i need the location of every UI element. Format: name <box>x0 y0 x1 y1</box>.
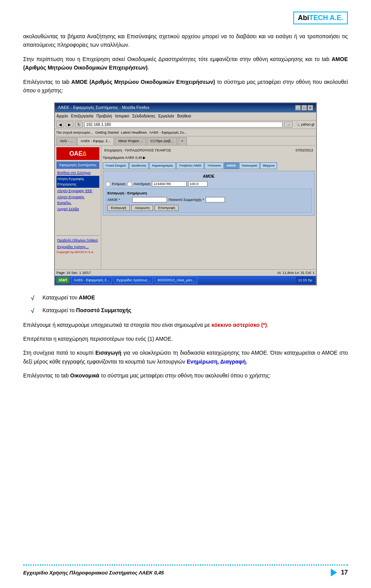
breadcrumb-left: Επιχείρηση - ΠΑΠΑΔΟΠΟΥΛΟΣ ΓΕΑΜΓΟΣ <box>104 148 171 153</box>
sidebar-link-voitheia[interactable]: Βοήθεια στο Σύστημα <box>56 170 99 176</box>
eisagogi-button[interactable]: Εισαγωγή <box>107 205 130 211</box>
start-button[interactable]: start <box>56 277 70 284</box>
sidebar-link-aitisi-erg[interactable]: Αίτηση Εγγραφής Εργαζόμ. <box>56 194 99 206</box>
paragraph-3-pre: Επιλέγοντας το tab <box>23 79 71 85</box>
sidebar-video-link[interactable]: Προβολή Οδηγίων (Video) <box>56 237 99 243</box>
breadcrumb-right: 07/02/2013 <box>296 148 313 153</box>
form-buttons: Εισαγωγή Ακύρωση Επιστροφή <box>107 205 310 211</box>
back-button[interactable]: ◀ <box>56 122 64 127</box>
paragraph-2-pre: Στην περίπτωση που η Επιχείρηση ασκεί Οι… <box>23 56 332 62</box>
sidebar-copyright: Copyright by AbiTECH S.A. <box>56 250 99 255</box>
paragraph-after-bullets: Επιλέγουμε ή καταχωρούμε υποχρεωτικά τα … <box>23 321 348 329</box>
synexeia-bold: Εισαγωγή <box>95 350 121 356</box>
sub-pososto-input[interactable] <box>206 197 225 202</box>
sidebar-link-arxiki[interactable]: Αρχική Σελίδα <box>56 206 99 212</box>
app-tab-dieuthynsi[interactable]: Διεύθυνση <box>129 162 149 170</box>
bookmarks-bar-item-2[interactable]: Getting Started <box>95 130 119 135</box>
statusbar-left: Page: 16 Sec: 1 16/17 <box>56 270 91 275</box>
browser-main-area: Επιχείρηση - ΠΑΠΑΔΟΠΟΥΛΟΣ ΓΕΑΜΓΟΣ 07/02/… <box>101 146 316 269</box>
app-tab-oikonomika[interactable]: Οικονομικά <box>239 162 260 170</box>
bookmarks-bar-item-4[interactable]: ΛΑΕΚ - Εφαρμογές Συ... <box>149 130 187 135</box>
paragraph-1: ακολουθώντας τα βήματα Αναζήτησης και Επ… <box>23 32 348 49</box>
akyrose-button[interactable]: Ακύρωση <box>131 205 153 211</box>
pab-post: . <box>267 322 269 328</box>
epistrofi-button[interactable]: Επιστροφή <box>155 205 179 211</box>
sidebar-egxeiridio-link[interactable]: Εγχειρίδιο Χρήσης... <box>56 244 99 250</box>
amoe-input[interactable] <box>152 181 187 187</box>
app-tab-xaraktirisis[interactable]: Χαρακτηρισμός <box>149 162 176 170</box>
browser-secondary-toolbar: Πιο συχνά αναγνωρίσ... Getting Started L… <box>55 129 316 136</box>
address-bar[interactable] <box>84 122 283 127</box>
app-tab-genika[interactable]: Γενικά Στοιχεία <box>103 162 129 170</box>
statusbar-right: At: 11,9cm Ln: 31 Col: 1 <box>277 270 315 275</box>
browser-title: ΛΑΕΚ - Εφαρμογές Συστήματος - Mozilla Fi… <box>58 104 150 111</box>
taskbar-item-3[interactable]: 30/03/2013_Λέκα_μαν... <box>155 277 197 284</box>
radio-anenimeri[interactable] <box>127 182 132 187</box>
footer: Εγχειρίδιο Χρήσης Πληροφοριακού Συστήματ… <box>23 564 348 576</box>
menu-view[interactable]: Προβολή <box>96 113 112 119</box>
main-content: ακολουθώντας τα βήματα Αναζήτησης και Επ… <box>23 32 348 380</box>
bullet-1-bold: ΑΜΟΕ <box>79 294 95 301</box>
bookmarks-bar-item-3[interactable]: Latest Headlines <box>121 130 147 135</box>
tab-1[interactable]: AVG - ... <box>56 137 77 145</box>
refresh-button[interactable]: ↻ <box>75 122 83 127</box>
sub-amoe-label: ΑΜΟΕ * <box>107 197 131 202</box>
forward-button[interactable]: ▶ <box>66 122 73 127</box>
close-button[interactable]: ✕ <box>308 105 313 110</box>
taskbar-item-1[interactable]: ΛΑΕΚ - Εφαρμογές Σ... <box>71 277 112 284</box>
menu-bookmarks[interactable]: Σελιδοδείκτες <box>132 113 155 119</box>
menu-history[interactable]: Ιστορικό <box>115 113 129 119</box>
browser-menubar: Αρχείο Επεξεργασία Προβολή Ιστορικό Σελι… <box>55 112 316 121</box>
radio-group: Ενήμερη Ανενήμερη <box>106 181 150 187</box>
paragraph-synexeia: Στη συνέχεια πατά το κουμπί Εισαγωγή για… <box>23 348 348 366</box>
search-label: 🔍 yahoo.gr <box>296 122 315 127</box>
paragraph-3-bold: ΑΜΟΕ (Αριθμός Μητρώου Οικοδομικών Επιχει… <box>71 79 215 85</box>
app-tab-amoe[interactable]: ΑΜΟΕ <box>224 162 239 170</box>
page-number: 17 <box>341 569 348 576</box>
footer-right: 17 <box>331 569 348 576</box>
menu-file[interactable]: Αρχείο <box>56 113 68 119</box>
oaed-logo: ΟΑΕ∆ <box>56 147 99 160</box>
app-tab-merimna[interactable]: Μέριμνα <box>260 162 277 170</box>
browser-sidebar: ΟΑΕ∆ Εφαρμογές Συστήματος Βοήθεια στο Σύ… <box>55 146 101 269</box>
sub-pososto-label: Ποσοστό Συμμετοχής * <box>168 197 204 202</box>
program-link[interactable]: Προγράμματα ΛΑΕΚ 0,45 ▶ <box>103 155 315 160</box>
oikonomika-post: το σύστημα μας μεταφέρει στην οθόνη που … <box>99 372 271 379</box>
app-tab-ypoloipo[interactable]: Υπόλοιπο <box>204 162 223 170</box>
tab-3[interactable]: Minor Project ... <box>115 137 146 145</box>
radio-anenimeri-label: Ανενήμερη <box>134 181 150 187</box>
logo: AbiTECH A.E. <box>293 12 348 24</box>
checkmark-1: √ <box>31 293 39 303</box>
sub-amoe-input[interactable] <box>132 197 167 202</box>
pososto-input[interactable] <box>188 181 208 187</box>
go-button[interactable]: → <box>284 122 293 127</box>
tab-active[interactable]: ΛΑΕΚ - Εφαρμ. Σ... <box>77 137 114 145</box>
checkmark-2: √ <box>31 306 39 316</box>
maximize-button[interactable]: □ <box>301 105 307 110</box>
synexeia-colored: Ενημέρωση, Διαγραφή. <box>187 359 247 365</box>
sub-section-title: Εισαγωγή - Ενημέρωση <box>107 190 310 196</box>
menu-edit[interactable]: Επεξεργασία <box>71 113 94 119</box>
bullet-2-text: Καταχωρεί το Ποσοστό Συμμετοχής <box>43 306 131 314</box>
amoe-form: ΑΜΟΕ Ενήμερη Ανενήμερη <box>103 171 315 216</box>
taskbar-item-2[interactable]: Εγχειρίδιο Χρήσεως... <box>114 277 153 284</box>
minimize-button[interactable]: _ <box>295 105 301 110</box>
bullet-item-1: √ Καταχωρεί τον ΑΜΟΕ <box>31 293 348 303</box>
sidebar-link-aitisi-eee[interactable]: Αίτηση Εγγραφής ΕΕΕ <box>56 188 99 194</box>
oikonomika-pre: Επιλέγοντας το tab <box>23 372 70 379</box>
tab-4[interactable]: C170px Διαβ... <box>147 137 177 145</box>
radio-enimeri[interactable] <box>106 182 111 187</box>
app-tab-ypovolies[interactable]: Υποβολές ΛΑΕΚ <box>176 162 204 170</box>
paragraph-epitrepetai: Επιτρέπεται η καταχώρηση περισσοτέρων το… <box>23 335 348 343</box>
bookmarks-bar-item-1[interactable]: Πιο συχνά αναγνωρίσ... <box>56 130 93 135</box>
sidebar-link-aitisi-ep[interactable]: Αίτηση Εγγραφής Επιχείρησης <box>56 176 99 188</box>
paragraph-2: Στην περίπτωση που η Επιχείρηση ασκεί Οι… <box>23 55 348 72</box>
next-page-icon[interactable] <box>331 569 337 576</box>
pab-pre: Επιλέγουμε ή καταχωρούμε υποχρεωτικά τα … <box>23 322 211 328</box>
menu-help[interactable]: Βοήθεια <box>177 113 191 119</box>
menu-tools[interactable]: Εργαλεία <box>158 113 174 119</box>
pab-bold: κόκκινο αστερίσκο (*) <box>211 322 267 328</box>
logo-abi: Abi <box>298 14 309 22</box>
tab-new[interactable]: + <box>178 137 187 145</box>
window-controls[interactable]: _ □ ✕ <box>295 105 313 110</box>
